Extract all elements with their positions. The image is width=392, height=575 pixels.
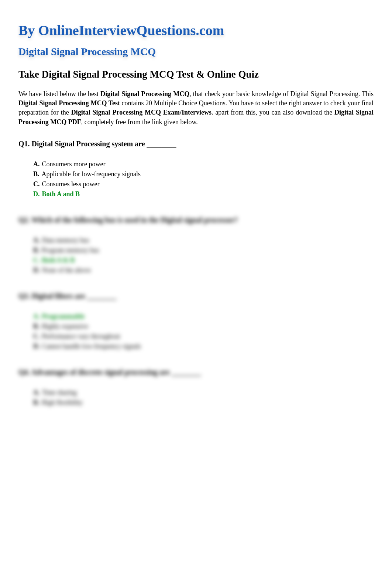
answer-letter: A. bbox=[33, 312, 40, 321]
answer-option[interactable]: B.Applicable for low-frequency signals bbox=[33, 169, 374, 179]
answer-text: Both A & B bbox=[42, 255, 75, 265]
answer-letter: C. bbox=[33, 179, 40, 189]
answer-option[interactable]: D.None of the above bbox=[33, 265, 374, 275]
answer-option[interactable]: C.Performance vary throughout bbox=[33, 331, 374, 341]
answers-list: A.ProgrammableB.Highly expensiveC.Perfor… bbox=[18, 312, 374, 351]
answer-letter: D. bbox=[33, 189, 40, 199]
answer-option[interactable]: A.Data memory bus bbox=[33, 235, 374, 245]
question-text: Q1. Digital Signal Processing system are… bbox=[18, 140, 374, 148]
answer-text: Data memory bus bbox=[42, 235, 89, 245]
answer-option[interactable]: B.Highly expensive bbox=[33, 321, 374, 331]
question-text: Q4. Advantages of discrete signal proces… bbox=[18, 368, 374, 377]
answer-text: Time sharing bbox=[42, 388, 77, 398]
answer-letter: A. bbox=[33, 235, 40, 245]
answer-option[interactable]: B.High flexibility bbox=[33, 398, 374, 408]
answer-text: Both A and B bbox=[42, 189, 80, 199]
answers-list: A.Consumers more powerB.Applicable for l… bbox=[18, 159, 374, 199]
intro-text-2: , that check your basic knowledge of Dig… bbox=[189, 90, 374, 98]
intro-bold-3: Digital Signal Processing MCQ Exam/Inter… bbox=[71, 109, 212, 116]
intro-bold-2: Digital Signal Processing MCQ Test bbox=[18, 99, 120, 107]
answer-text: High flexibility bbox=[42, 398, 83, 408]
answer-text: Programmable bbox=[42, 312, 85, 321]
answer-letter: D. bbox=[33, 341, 40, 351]
answer-text: None of the above bbox=[42, 265, 91, 275]
answers-list: A.Time sharingB.High flexibility bbox=[18, 388, 374, 408]
answer-letter: A. bbox=[33, 388, 40, 398]
answer-text: Program memory bus bbox=[42, 245, 99, 255]
answer-option[interactable]: B.Program memory bus bbox=[33, 245, 374, 255]
answer-letter: B. bbox=[33, 398, 39, 408]
answer-text: Highly expensive bbox=[42, 321, 88, 331]
answer-letter: B. bbox=[33, 245, 39, 255]
answer-letter: A. bbox=[33, 159, 40, 169]
answer-text: Consumes less power bbox=[42, 179, 100, 189]
question-block: Q2. Which of the following bus is used i… bbox=[18, 216, 374, 275]
question-block: Q1. Digital Signal Processing system are… bbox=[18, 140, 374, 199]
sub-title[interactable]: Digital Signal Processing MCQ bbox=[18, 46, 374, 58]
answer-text: Cannot handle low-frequency signals bbox=[42, 341, 141, 351]
intro-text-4: . apart from this, you can also download… bbox=[212, 109, 334, 116]
answer-text: Consumers more power bbox=[42, 159, 106, 169]
answer-option[interactable]: C.Both A & B bbox=[33, 255, 374, 265]
answer-option[interactable]: D.Both A and B bbox=[33, 189, 374, 199]
answer-text: Performance vary throughout bbox=[42, 331, 120, 341]
intro-text-1: We have listed below the best bbox=[18, 90, 100, 98]
question-text: Q3. Digital filters are ________ bbox=[18, 292, 374, 300]
section-heading: Take Digital Signal Processing MCQ Test … bbox=[18, 69, 374, 80]
answer-letter: C. bbox=[33, 255, 40, 265]
answer-letter: C. bbox=[33, 331, 40, 341]
answer-letter: B. bbox=[33, 321, 39, 331]
intro-bold-1: Digital Signal Processing MCQ bbox=[100, 90, 189, 98]
answer-option[interactable]: A.Consumers more power bbox=[33, 159, 374, 169]
questions-container: Q1. Digital Signal Processing system are… bbox=[18, 140, 374, 408]
answer-letter: B. bbox=[33, 169, 39, 179]
main-title[interactable]: By OnlineInterviewQuestions.com bbox=[18, 22, 374, 38]
answer-letter: D. bbox=[33, 265, 40, 275]
answers-list: A.Data memory busB.Program memory busC.B… bbox=[18, 235, 374, 275]
intro-paragraph: We have listed below the best Digital Si… bbox=[18, 89, 374, 127]
question-block: Q3. Digital filters are ________A.Progra… bbox=[18, 292, 374, 351]
answer-option[interactable]: C.Consumes less power bbox=[33, 179, 374, 189]
question-block: Q4. Advantages of discrete signal proces… bbox=[18, 368, 374, 408]
answer-text: Applicable for low-frequency signals bbox=[42, 169, 141, 179]
intro-text-5: , completely free from the link given be… bbox=[81, 118, 198, 126]
answer-option[interactable]: A.Time sharing bbox=[33, 388, 374, 398]
answer-option[interactable]: D.Cannot handle low-frequency signals bbox=[33, 341, 374, 351]
question-text: Q2. Which of the following bus is used i… bbox=[18, 216, 374, 224]
answer-option[interactable]: A.Programmable bbox=[33, 312, 374, 321]
